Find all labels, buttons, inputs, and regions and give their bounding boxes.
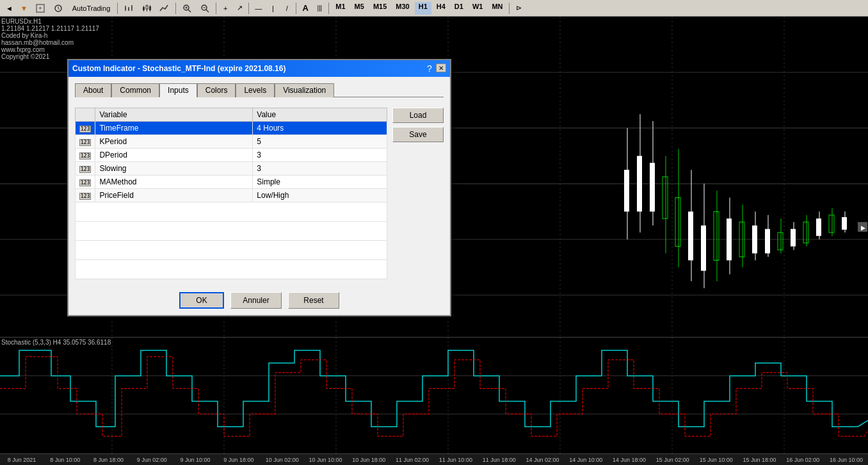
col-value-header: Value [253,108,387,122]
row-value-5: Low/High [253,189,387,202]
table-row[interactable]: 123 DPeriod 3 [76,149,387,162]
cancel-button[interactable]: Annuler [230,292,282,309]
table-row[interactable]: 123 KPeriod 5 [76,135,387,149]
row-variable-3: Slowing [95,162,253,175]
dialog-title: Custom Indicator - Stochastic_MTF-Ind (e… [72,64,285,73]
dialog-overlay: Custom Indicator - Stochastic_MTF-Ind (e… [0,0,868,465]
table-row-empty-4 [76,260,387,279]
table-row-empty-1 [76,202,387,222]
tab-inputs[interactable]: Inputs [159,83,197,97]
params-table-container: Variable Value 123 TimeFrame 4 Hours [75,102,387,279]
row-value-2: 3 [253,149,387,162]
side-button-panel: Load Save [392,108,444,279]
tab-levels[interactable]: Levels [236,83,275,97]
row-icon-1: 123 [76,135,95,149]
row-icon-5: 123 [76,189,95,202]
col-variable-header: Variable [95,108,253,122]
dialog-footer: OK Annuler Reset [68,286,450,315]
indicator-dialog: Custom Indicator - Stochastic_MTF-Ind (e… [67,59,451,316]
table-row[interactable]: 123 PriceField Low/High [76,189,387,202]
tab-colors[interactable]: Colors [197,83,236,97]
row-variable-1: KPeriod [95,135,253,149]
table-row-empty-2 [76,222,387,241]
row-icon-4: 123 [76,175,95,189]
ok-button[interactable]: OK [179,292,224,309]
reset-button[interactable]: Reset [288,292,339,309]
row-variable-2: DPeriod [95,149,253,162]
row-icon-2: 123 [76,149,95,162]
table-header-row: Variable Value [76,108,387,122]
row-value-1: 5 [253,135,387,149]
tab-visualization[interactable]: Visualization [275,83,334,97]
row-icon-0: 123 [76,122,95,135]
dialog-content: Variable Value 123 TimeFrame 4 Hours [75,102,444,279]
row-variable-4: MAMethod [95,175,253,189]
dialog-tabs: About Common Inputs Colors Levels Visual… [75,83,444,97]
tab-about[interactable]: About [75,83,111,97]
row-value-3: 3 [253,162,387,175]
dialog-titlebar: Custom Indicator - Stochastic_MTF-Ind (e… [68,60,450,77]
params-table: Variable Value 123 TimeFrame 4 Hours [75,108,387,279]
table-row[interactable]: 123 TimeFrame 4 Hours [76,122,387,135]
col-icon-header [76,108,95,122]
dialog-help-button[interactable]: ? [424,63,435,74]
row-variable-5: PriceField [95,189,253,202]
table-row[interactable]: 123 MAMethod Simple [76,175,387,189]
dialog-close-button[interactable]: ✕ [436,63,446,72]
row-variable-0: TimeFrame [95,122,253,135]
row-value-0: 4 Hours [253,122,387,135]
row-value-4: Simple [253,175,387,189]
table-row[interactable]: 123 Slowing 3 [76,162,387,175]
dialog-window-controls: ? ✕ [424,63,446,74]
load-button[interactable]: Load [392,108,444,123]
save-button[interactable]: Save [392,127,444,142]
row-icon-3: 123 [76,162,95,175]
dialog-body: About Common Inputs Colors Levels Visual… [68,77,450,286]
table-row-empty-3 [76,241,387,260]
tab-common[interactable]: Common [111,83,159,97]
